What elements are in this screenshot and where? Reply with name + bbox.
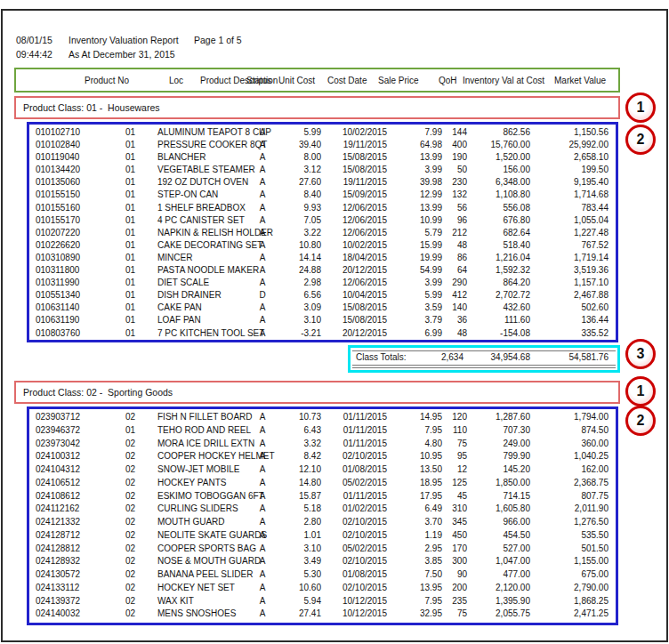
cell-status: A <box>252 327 273 340</box>
cell-loc: 01 <box>113 202 141 214</box>
cell-inventory-val-at-cost: 799.90 <box>467 450 531 463</box>
cell-status: A <box>252 438 273 451</box>
cell-market-value: 2,471.25 <box>531 608 616 621</box>
cell-cost-date: 02/10/2015 <box>321 450 389 463</box>
cell-market-value: 9,195.40 <box>531 176 616 189</box>
table-row: 01013506001192 OZ DUTCH OVENA27.6019/11/… <box>29 176 616 189</box>
cell-cost-date: 02/10/2015 <box>321 555 389 568</box>
cell-sale-price: 12.99 <box>389 189 444 201</box>
cell-market-value: 162.00 <box>531 463 616 477</box>
cell-sale-price: 54.99 <box>389 264 444 277</box>
cell-product-no: 024104312 <box>29 463 113 477</box>
class-totals-label: Class Totals: <box>351 351 415 364</box>
cell-loc: 01 <box>113 139 141 151</box>
cell-unit-cost: 27.60 <box>273 176 321 189</box>
cell-sale-price: 13.95 <box>389 582 444 595</box>
cell-market-value: 3,519.36 <box>531 264 616 277</box>
cell-unit-cost: 1.01 <box>273 529 321 543</box>
cell-unit-cost: 10.60 <box>273 582 321 595</box>
table-row: 01063119001LOAF PANA3.1015/08/20153.7936… <box>29 314 616 326</box>
cell-description: BLANCHER <box>141 151 252 164</box>
cell-market-value: 675.00 <box>531 568 616 582</box>
cell-qoh: 140 <box>444 302 467 314</box>
cell-description: NOSE & MOUTH GUARD <box>141 555 252 568</box>
cell-status: A <box>252 239 273 252</box>
cell-description: HOCKEY PANTS <box>141 477 252 490</box>
cell-cost-date: 18/04/2015 <box>321 252 389 264</box>
cell-product-no: 010226620 <box>29 239 113 252</box>
cell-market-value: 501.50 <box>531 543 616 556</box>
table-row: 010155160011 SHELF BREADBOXA9.9312/06/20… <box>29 202 616 214</box>
cell-description: STEP-ON CAN <box>141 189 252 201</box>
cell-description: 1 SHELF BREADBOX <box>141 202 252 214</box>
cell-unit-cost: 3.49 <box>273 555 321 568</box>
cell-status: A <box>252 189 273 201</box>
cell-cost-date: 15/08/2015 <box>321 314 389 326</box>
cell-sale-price: 15.99 <box>389 239 444 252</box>
cell-product-no: 010102840 <box>29 139 113 151</box>
cell-qoh: 75 <box>444 438 467 451</box>
table-row: 01055134001DISH DRAINERD6.5610/04/20155.… <box>29 289 616 302</box>
callout-number: 2 <box>637 413 645 429</box>
cell-sale-price: 14.95 <box>389 411 444 424</box>
cell-qoh: 64 <box>444 264 467 277</box>
product-class-label: Product Class: 02 - Sporting Goods <box>16 387 173 398</box>
cell-cost-date: 02/10/2015 <box>321 582 389 595</box>
cell-product-no: 010631190 <box>29 314 113 326</box>
cell-status: A <box>252 503 273 516</box>
cell-product-no: 024139372 <box>29 595 113 608</box>
cell-cost-date: 19/11/2015 <box>321 139 389 151</box>
cell-product-no: 010310890 <box>29 252 113 264</box>
cell-status: A <box>252 252 273 264</box>
cell-unit-cost: -3.21 <box>273 327 321 340</box>
cell-loc: 01 <box>113 289 141 302</box>
callout-circle-class-totals: 3 <box>625 339 656 369</box>
cell-cost-date: 10/04/2015 <box>321 289 389 302</box>
cell-inventory-val-at-cost: 862.56 <box>467 126 531 139</box>
cell-status: A <box>252 582 273 595</box>
cell-inventory-val-at-cost: 2,702.72 <box>467 289 531 302</box>
cell-inventory-val-at-cost: 1,108.80 <box>467 189 531 201</box>
cell-inventory-val-at-cost: 156.00 <box>467 164 531 176</box>
cell-market-value: 1,040.25 <box>531 450 616 463</box>
cell-qoh: 412 <box>444 289 467 302</box>
cell-product-no: 010207220 <box>29 227 113 239</box>
cell-unit-cost: 9.93 <box>273 202 321 214</box>
cell-product-no: 010134420 <box>29 164 113 176</box>
cell-description: PRESSURE COOKER 8QT <box>141 139 252 151</box>
cell-inventory-val-at-cost: 1,395.90 <box>467 595 531 608</box>
cell-unit-cost: 10.80 <box>273 239 321 252</box>
cell-cost-date: 10/12/2015 <box>321 608 389 621</box>
cell-qoh: 56 <box>444 202 467 214</box>
cell-cost-date: 10/02/2015 <box>321 239 389 252</box>
cell-status: A <box>252 555 273 568</box>
cell-inventory-val-at-cost: 1,605.80 <box>467 503 531 516</box>
cell-inventory-val-at-cost: 432.60 <box>467 302 531 314</box>
cell-qoh: 200 <box>444 582 467 595</box>
cell-cost-date: 12/06/2015 <box>321 202 389 214</box>
cell-inventory-val-at-cost: 1,520.00 <box>467 151 531 164</box>
cell-market-value: 1,868.25 <box>531 595 616 608</box>
col-header-loc: Loc <box>169 76 183 85</box>
cell-description: NAPKIN & RELISH HOLDER <box>141 227 252 239</box>
cell-product-no: 024106512 <box>29 477 113 490</box>
cell-inventory-val-at-cost: 2,120.00 <box>467 582 531 595</box>
cell-qoh: 345 <box>444 516 467 529</box>
cell-description: ESKIMO TOBOGGAN 6FT <box>141 490 252 503</box>
cell-inventory-val-at-cost: 556.08 <box>467 202 531 214</box>
cell-qoh: 190 <box>444 151 467 164</box>
class-totals-row: Class Totals: 2,634 34,954.68 54,581.76 <box>351 351 617 364</box>
cell-sale-price: 32.95 <box>389 608 444 621</box>
class-totals-market-value: 54,581.76 <box>530 351 617 364</box>
cell-description: COOPER SPORTS BAG <box>141 543 252 556</box>
table-row: 010803760017 PC KITCHEN TOOL SETA-3.2120… <box>29 327 616 340</box>
cell-description: DISH DRAINER <box>141 289 252 302</box>
cell-sale-price: 10.99 <box>389 214 444 227</box>
cell-market-value: 2,368.75 <box>531 477 616 490</box>
cell-cost-date: 01/11/2015 <box>321 490 389 503</box>
cell-market-value: 199.50 <box>531 164 616 176</box>
cell-sale-price: 3.70 <box>389 516 444 529</box>
cell-market-value: 767.52 <box>531 239 616 252</box>
cell-qoh: 86 <box>444 252 467 264</box>
cell-inventory-val-at-cost: 6,348.00 <box>467 176 531 189</box>
